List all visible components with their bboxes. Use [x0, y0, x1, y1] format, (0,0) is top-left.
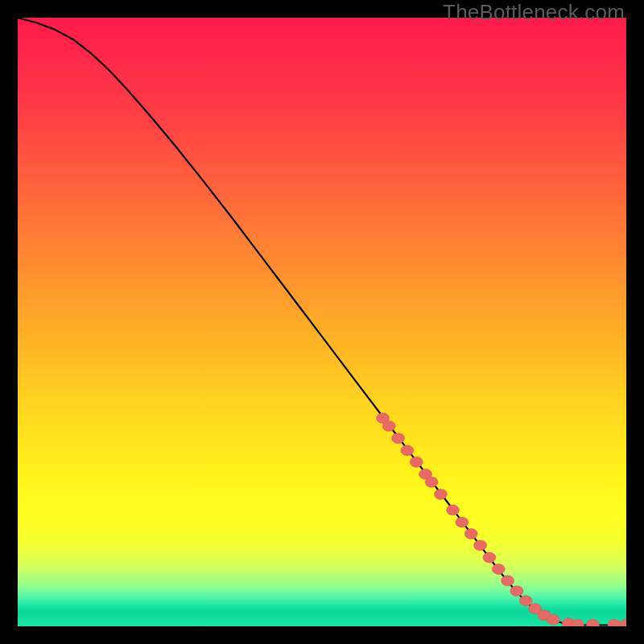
- data-marker: [586, 619, 599, 626]
- data-marker: [447, 505, 460, 515]
- bottleneck-chart: [18, 18, 626, 626]
- curve-line: [18, 18, 626, 625]
- data-marker: [456, 517, 469, 527]
- data-marker: [502, 576, 514, 586]
- data-marker: [483, 552, 496, 563]
- data-marker: [474, 540, 487, 551]
- data-marker: [425, 477, 438, 487]
- data-marker: [519, 596, 532, 606]
- data-marker: [401, 445, 414, 456]
- data-marker: [547, 614, 559, 625]
- marker-group: [377, 413, 626, 626]
- data-marker: [464, 529, 477, 539]
- data-marker: [434, 489, 447, 499]
- data-marker: [620, 619, 626, 626]
- data-marker: [608, 619, 621, 626]
- data-marker: [382, 421, 395, 431]
- data-marker: [392, 433, 405, 444]
- data-marker: [410, 456, 423, 467]
- watermark-label: TheBottleneck.com: [443, 0, 625, 25]
- data-marker: [510, 586, 523, 597]
- data-marker: [492, 564, 505, 574]
